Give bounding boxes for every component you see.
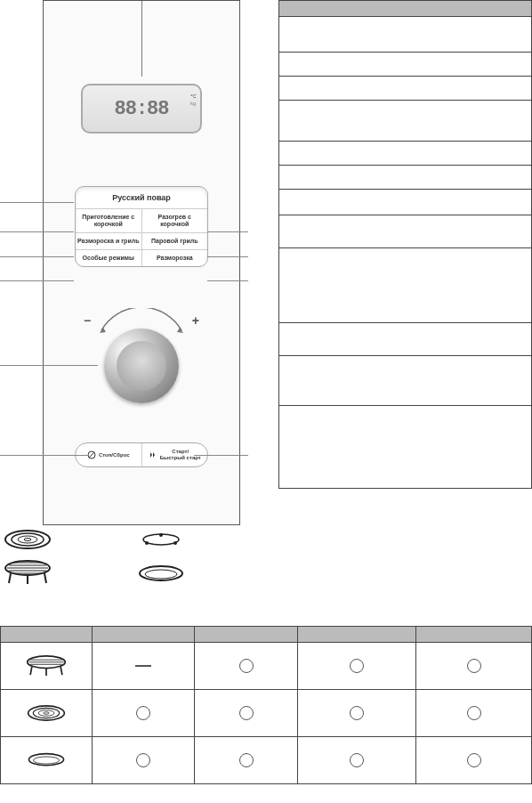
usage-cell bbox=[195, 643, 298, 689]
reference-row bbox=[279, 323, 531, 356]
rotary-dial[interactable] bbox=[104, 328, 179, 403]
crisp-plate-icon bbox=[27, 703, 66, 723]
usage-cell bbox=[416, 737, 531, 783]
svg-point-30 bbox=[38, 710, 54, 717]
svg-line-1 bbox=[89, 452, 94, 458]
usage-cell bbox=[416, 643, 531, 689]
circle-icon bbox=[136, 753, 150, 767]
mode-button-block: Русский повар Приготовление с корочкой Р… bbox=[75, 186, 208, 267]
control-panel: 88:88 ℃ kg Русский повар Приготовление с… bbox=[43, 0, 240, 525]
leader-line bbox=[194, 455, 248, 456]
leader-line bbox=[207, 256, 248, 257]
accessory-cell bbox=[1, 690, 93, 736]
reference-row bbox=[279, 406, 531, 488]
defrost-button[interactable]: Разморозка bbox=[142, 250, 208, 266]
usage-header-cell bbox=[298, 627, 417, 643]
usage-cell bbox=[195, 690, 298, 736]
crisp-plate-icon bbox=[4, 529, 52, 550]
grill-rack-icon bbox=[26, 653, 67, 678]
usage-row-crisp-plate bbox=[1, 690, 531, 737]
usage-header-cell bbox=[416, 627, 531, 643]
leader-line bbox=[207, 231, 248, 232]
usage-row-tray bbox=[1, 737, 531, 783]
stop-reset-label: Стоп/Сброс bbox=[99, 452, 130, 458]
leader-line bbox=[0, 202, 74, 203]
leader-line bbox=[0, 455, 89, 456]
usage-cell bbox=[195, 737, 298, 783]
accessory-cell bbox=[1, 643, 93, 689]
crust-cook-button[interactable]: Приготовление с корочкой bbox=[76, 209, 142, 232]
dial-minus-label: − bbox=[84, 313, 91, 328]
defrost-grill-button[interactable]: Размороска и гриль bbox=[76, 233, 142, 249]
usage-header-cell bbox=[1, 627, 93, 643]
reference-row bbox=[279, 101, 531, 142]
svg-line-26 bbox=[60, 667, 62, 675]
reference-row bbox=[279, 17, 531, 53]
leader-line bbox=[207, 280, 248, 281]
dial-area: − + bbox=[84, 308, 199, 424]
reference-table bbox=[278, 0, 532, 489]
usage-header-cell bbox=[93, 627, 196, 643]
usage-header-row bbox=[1, 627, 531, 643]
crust-reheat-button[interactable]: Разогрев с корочкой bbox=[142, 209, 208, 232]
reference-row bbox=[279, 248, 531, 323]
steam-grill-button[interactable]: Паровой гриль bbox=[142, 233, 208, 249]
unit-kg: kg bbox=[190, 100, 197, 107]
accessories-row bbox=[0, 529, 249, 600]
special-modes-button[interactable]: Особые режимы bbox=[76, 250, 142, 266]
svg-point-3 bbox=[12, 533, 44, 546]
svg-point-18 bbox=[159, 533, 163, 537]
circle-icon bbox=[467, 659, 481, 673]
glass-tray-icon bbox=[137, 564, 185, 584]
grill-rack-icon bbox=[4, 559, 52, 586]
usage-cell bbox=[298, 690, 417, 736]
usage-cell bbox=[298, 737, 417, 783]
reference-row bbox=[279, 190, 531, 215]
start-icon bbox=[149, 450, 157, 459]
russian-chef-button[interactable]: Русский повар bbox=[76, 187, 207, 209]
leader-line bbox=[0, 256, 74, 257]
usage-row-grill-rack bbox=[1, 643, 531, 690]
circle-icon bbox=[350, 706, 364, 720]
bottom-control-bar: Стоп/Сброс Старт/ Быстрый старт bbox=[75, 442, 208, 467]
circle-icon bbox=[350, 659, 364, 673]
circle-icon bbox=[467, 706, 481, 720]
svg-point-33 bbox=[33, 757, 59, 764]
reference-row bbox=[279, 356, 531, 406]
svg-point-4 bbox=[18, 536, 37, 543]
svg-line-13 bbox=[44, 573, 46, 583]
dial-plus-label: + bbox=[192, 313, 199, 328]
usage-cell bbox=[93, 643, 196, 689]
leader-line bbox=[0, 231, 74, 232]
dash-icon bbox=[135, 665, 151, 667]
leader-line bbox=[0, 280, 74, 281]
unit-celsius: ℃ bbox=[190, 93, 197, 100]
reference-row bbox=[279, 142, 531, 166]
reference-row bbox=[279, 53, 531, 77]
circle-icon bbox=[239, 706, 254, 720]
reference-row bbox=[279, 166, 531, 190]
svg-point-16 bbox=[145, 541, 149, 545]
svg-point-29 bbox=[33, 708, 59, 718]
circle-icon bbox=[136, 706, 150, 720]
panel-divider bbox=[141, 1, 142, 77]
usage-cell bbox=[298, 643, 417, 689]
usage-cell bbox=[93, 737, 196, 783]
roller-ring-icon bbox=[141, 532, 181, 548]
circle-icon bbox=[467, 753, 481, 767]
svg-point-5 bbox=[24, 539, 31, 541]
svg-line-12 bbox=[9, 573, 11, 583]
reference-row bbox=[279, 77, 531, 101]
accessory-cell bbox=[1, 737, 93, 783]
usage-cell bbox=[93, 690, 196, 736]
circle-icon bbox=[239, 753, 254, 767]
svg-point-17 bbox=[173, 541, 177, 545]
display-digits: 88:88 bbox=[114, 98, 168, 120]
leader-line bbox=[0, 365, 98, 366]
usage-cell bbox=[416, 690, 531, 736]
usage-header-cell bbox=[195, 627, 298, 643]
circle-icon bbox=[239, 659, 254, 673]
circle-icon bbox=[350, 753, 364, 767]
glass-tray-icon bbox=[27, 751, 66, 769]
reference-row bbox=[279, 215, 531, 248]
